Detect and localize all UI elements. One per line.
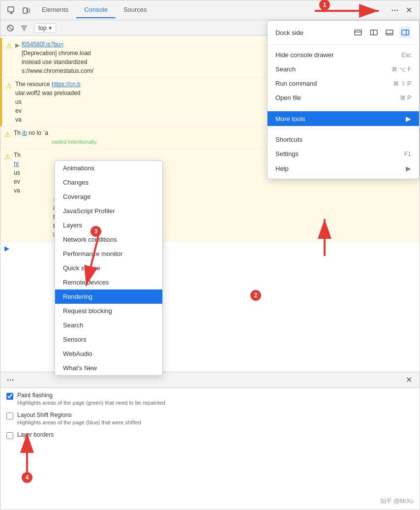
dock-side-row: Dock side [268, 24, 419, 41]
more-tools-remote-devices[interactable]: Remote devices [55, 275, 162, 289]
warning-icon-3: ⚠ [4, 129, 11, 140]
svg-rect-2 [28, 9, 30, 12]
more-tools-rendering[interactable]: Rendering [55, 289, 162, 304]
rendering-item-paint-flashing: Paint flashing Highlights areas of the p… [6, 392, 414, 406]
warning-icon-4: ⚠ [4, 152, 11, 162]
svg-rect-13 [402, 30, 409, 35]
dock-side-label: Dock side [275, 29, 352, 36]
menu-settings[interactable]: Settings F1 [268, 147, 419, 161]
more-tools-coverage[interactable]: Coverage [55, 190, 162, 204]
dock-menu-bottom-section: Shortcuts Settings F1 Help ▶ [268, 129, 419, 179]
tab-sources[interactable]: Sources [116, 2, 155, 18]
svg-rect-12 [386, 30, 393, 35]
more-tools-sensors[interactable]: Sensors [55, 332, 162, 347]
devtools-container: Elements Console Sources ✕ top [0, 0, 420, 510]
dock-bottom-icon[interactable] [384, 27, 395, 38]
layout-shift-checkbox[interactable] [6, 413, 13, 419]
dock-side-section: Dock side [268, 21, 419, 45]
drawer-container: ✕ Paint flashing Highlights areas of the… [0, 372, 420, 510]
svg-point-3 [392, 9, 393, 11]
layout-shift-title: Layout Shift Regions [17, 412, 141, 418]
menu-more-tools[interactable]: More tools ▶ [268, 111, 419, 126]
more-tools-layers[interactable]: Layers [55, 218, 162, 232]
svg-point-7 [7, 379, 9, 381]
tab-elements[interactable]: Elements [34, 2, 76, 18]
msg-link-1[interactable]: f054580f.js?bu= [22, 41, 64, 48]
more-tools-search[interactable]: Search [55, 318, 162, 332]
clear-console-btn[interactable] [4, 22, 16, 34]
warning-icon-1: ⚠ [6, 41, 12, 51]
menu-shortcuts[interactable]: Shortcuts [268, 132, 419, 147]
more-tools-js-profiler[interactable]: JavaScript Profiler [55, 204, 162, 218]
layer-borders-checkbox[interactable] [6, 432, 13, 439]
paint-flashing-title: Paint flashing [17, 392, 165, 399]
dock-side-icons [352, 27, 411, 38]
svg-point-4 [394, 9, 396, 11]
dock-menu-actions-section: Hide console drawer Esc Search ⌘ ⌥ F Run… [268, 45, 419, 108]
drawer-content: Paint flashing Highlights areas of the p… [0, 388, 420, 510]
expand-btn-1[interactable]: ▶ [15, 41, 20, 50]
context-selector-arrow: ▾ [49, 25, 52, 32]
dock-left-icon[interactable] [368, 27, 380, 38]
layout-shift-desc: Highlights areas of the page (blue) that… [17, 419, 141, 425]
close-devtools-btn[interactable]: ✕ [402, 3, 416, 17]
more-tools-performance-monitor[interactable]: Performance monitor [55, 247, 162, 261]
menu-hide-console-drawer[interactable]: Hide console drawer Esc [268, 48, 419, 62]
menu-help[interactable]: Help ▶ [268, 161, 419, 176]
menu-run-command[interactable]: Run command ⌘ ⇧ P [268, 76, 419, 91]
more-tools-animations[interactable]: Animations [55, 161, 162, 175]
drawer-more-btn[interactable] [4, 374, 16, 386]
more-tools-quick-source[interactable]: Quick source [55, 261, 162, 275]
dock-menu-more-tools-section: More tools ▶ [268, 108, 419, 129]
context-selector[interactable]: top ▾ [34, 23, 56, 33]
svg-point-8 [10, 379, 11, 381]
more-tools-changes[interactable]: Changes [55, 175, 162, 190]
rendering-item-layer-borders: Layer borders [6, 431, 414, 439]
paint-flashing-checkbox[interactable] [6, 393, 13, 400]
paint-flashing-desc: Highlights areas of the page (green) tha… [17, 400, 165, 406]
inspect-element-btn[interactable] [4, 3, 18, 17]
dock-undock-icon[interactable] [352, 27, 364, 38]
rendering-panel: Paint flashing Highlights areas of the p… [0, 388, 420, 449]
svg-rect-11 [370, 30, 377, 35]
more-tools-whats-new[interactable]: What's New [55, 361, 162, 375]
more-tools-request-blocking[interactable]: Request blocking [55, 304, 162, 318]
more-tools-webaudio[interactable]: WebAudio [55, 347, 162, 361]
menu-open-file[interactable]: Open file ⌘ P [268, 91, 419, 105]
msg-link-4[interactable]: ht [14, 160, 19, 167]
more-tools-network-conditions[interactable]: Network conditions [55, 232, 162, 247]
tab-console[interactable]: Console [76, 2, 116, 18]
more-options-btn[interactable] [388, 3, 402, 17]
svg-point-9 [12, 379, 14, 381]
watermark: 知乎 @MrXu [380, 497, 414, 506]
svg-rect-1 [23, 8, 27, 13]
svg-rect-0 [8, 7, 14, 12]
close-drawer-btn[interactable]: ✕ [402, 373, 416, 387]
more-tools-submenu: Animations Changes Coverage JavaScript P… [55, 160, 163, 376]
layer-borders-title: Layer borders [17, 431, 54, 438]
svg-point-5 [397, 9, 398, 11]
dock-dropdown-menu: Dock side [267, 20, 420, 179]
msg-link-3[interactable]: ib [22, 129, 27, 136]
menu-search[interactable]: Search ⌘ ⌥ F [268, 62, 419, 76]
dock-right-icon[interactable] [399, 27, 411, 38]
rendering-item-layout-shift: Layout Shift Regions Highlights areas of… [6, 412, 414, 425]
msg-link-2[interactable]: https://cn.b [52, 81, 81, 88]
device-toolbar-btn[interactable] [19, 3, 33, 17]
svg-rect-10 [355, 30, 361, 35]
tab-bar: Elements Console Sources ✕ [0, 0, 420, 20]
warning-icon-2: ⚠ [6, 81, 12, 91]
filter-btn[interactable] [18, 22, 30, 34]
